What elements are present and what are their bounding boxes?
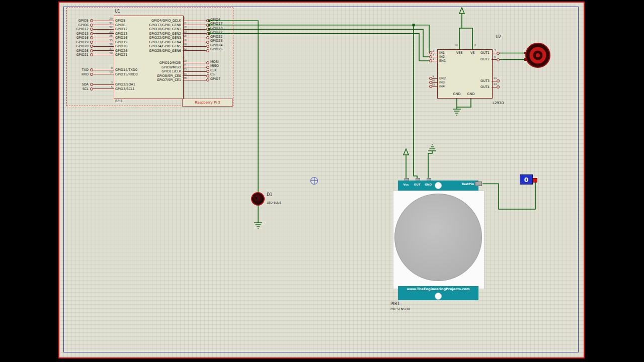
pin-number: 10: [429, 79, 437, 82]
pin-stub: [183, 50, 206, 51]
pin-number: 10: [93, 71, 113, 74]
pin-name: GPIO18/GPIO_GEN1: [137, 27, 181, 32]
pin-stub: [432, 86, 437, 87]
pin-number: 7: [183, 17, 193, 20]
wire-gpio27-to-en1[interactable]: [209, 34, 429, 61]
l293d-reference: U2: [496, 35, 501, 39]
pin-stub: [492, 87, 497, 87]
logic-state-terminal[interactable]: [533, 178, 537, 183]
l293d-gnd-label: GND: [451, 92, 463, 96]
wire-junction-to-pir-out[interactable]: [414, 25, 417, 179]
led-value: LED-BLUE: [267, 201, 281, 204]
pin-name: GPIO5: [115, 19, 125, 23]
pin-number: 18: [183, 43, 193, 46]
pin-name: GPIO22/GPIO_GEN3: [137, 36, 181, 40]
pin-stub: [93, 74, 114, 74]
wire-testpin-to-logicstate[interactable]: [482, 182, 535, 209]
pin-number: 24: [183, 72, 193, 75]
logic-state-probe[interactable]: 0: [520, 174, 533, 185]
wire-l293d-gnd[interactable]: [457, 98, 471, 107]
pin-net-label: RXD: [69, 72, 89, 77]
pin-number: 38: [93, 43, 113, 46]
pir-pin-label: Vcc: [400, 183, 412, 186]
pin-end[interactable]: [206, 32, 209, 35]
pin-name: GPIO15/RXD0: [115, 72, 138, 77]
pin-net-label: GPIO12: [69, 27, 89, 32]
pir-dome[interactable]: [394, 194, 482, 281]
pin-number: 1: [429, 57, 437, 60]
pin-number: 36: [93, 34, 113, 37]
pin-net-label: GPIO13: [69, 32, 89, 36]
pin-net-label: TXD: [69, 68, 89, 72]
pin-stub: [492, 59, 497, 60]
pir-screw-hole: [435, 182, 442, 189]
pin-end[interactable]: [497, 85, 500, 88]
pir-url-label: www.TheEngineeringProjects.com: [398, 287, 478, 291]
pin-net-label: GPIO22: [210, 35, 222, 39]
led-symbol-icon: ▾: [255, 196, 258, 201]
pin-name: GPIO10/MOSI: [137, 61, 181, 65]
pin-name: GPIO14/TXD0: [115, 68, 137, 72]
pin-net-label: MOSI: [210, 60, 219, 64]
pin-name: GPIO27/GPIO_GEN2: [137, 32, 181, 36]
pin-net-label: CS: [210, 72, 215, 76]
pin-number: 23: [183, 68, 193, 71]
pin-name: GPIO17/GPIO_GEN0: [137, 23, 181, 28]
pin-net-label: GPIO5: [69, 19, 89, 23]
l293d-vs-label: VS: [467, 51, 478, 55]
pir-testpin-connector[interactable]: [475, 182, 482, 186]
pin-end[interactable]: [206, 24, 209, 27]
power-terminal-pir[interactable]: [404, 149, 409, 179]
pin-net-label: GPIO6: [69, 23, 89, 28]
pin-end[interactable]: [206, 49, 209, 52]
pin-name: GPIO13: [115, 32, 127, 36]
pin-name: OUT1: [480, 51, 490, 55]
led-blue-component[interactable]: [251, 192, 265, 206]
pin-net-label: GPIO7: [210, 77, 220, 81]
ground-terminal-pir[interactable]: [428, 145, 436, 179]
pin-number: 16: [183, 39, 193, 42]
l293d-component-body[interactable]: [437, 49, 493, 99]
wire-pir-gnd[interactable]: [428, 151, 432, 179]
l293d-right-pins-2: OUT3 11 OUT4 14: [492, 78, 500, 90]
schematic-canvas[interactable]: U1 RPI3 Raspberry Pi 3 GPIO5 29 GPIO5 GP…: [58, 2, 585, 358]
pin-net-label: GPIO26: [69, 49, 89, 53]
pin-row[interactable]: 1 EN1: [429, 59, 437, 63]
pin-row[interactable]: OUT4 14: [492, 84, 500, 90]
pin-end[interactable]: [497, 58, 500, 61]
pin-row[interactable]: 15 IN4: [429, 84, 437, 88]
pin-end[interactable]: [206, 41, 209, 44]
ground-icon: [453, 109, 461, 115]
pin-number: 22: [183, 47, 193, 50]
wire-power-to-vss-vs[interactable]: [459, 28, 472, 49]
ground-icon: [428, 145, 436, 151]
pin-end[interactable]: [497, 52, 500, 55]
pin-number: 3: [93, 81, 113, 84]
power-arrow-icon: [404, 149, 409, 155]
pin-number: 37: [93, 47, 113, 50]
pin-row[interactable]: OUT2 6: [492, 56, 500, 63]
pin-stub: [492, 81, 497, 81]
pin-net-label: GPIO23: [210, 39, 222, 43]
pin-name: GPIO4/GPIO_GCLK: [137, 19, 181, 23]
pin-stub: [492, 53, 497, 53]
pin-net-label: GPIO25: [210, 47, 222, 51]
pin-number: 5: [93, 85, 113, 88]
pin-number: 8: [93, 66, 113, 69]
junction-dots: [208, 20, 415, 35]
pin-stub: [93, 55, 114, 55]
pir-pin-label: GND: [422, 183, 434, 186]
pin-number: 29: [93, 17, 113, 20]
ground-terminal-l293d[interactable]: [453, 98, 471, 115]
pin-number: 33: [93, 30, 113, 33]
pin-end[interactable]: [206, 66, 209, 69]
l293d-left-pins-1: 2 IN1 7 IN2 1 EN1: [429, 51, 437, 63]
dc-motor[interactable]: [524, 43, 550, 67]
pin-name: EN1: [439, 59, 446, 63]
pin-net-label: GPIO17: [210, 22, 222, 26]
led-reference: D1: [267, 193, 272, 197]
power-terminal-l293d[interactable]: [459, 8, 472, 49]
ground-terminal-led[interactable]: [254, 223, 262, 229]
pin-net-label: GPIO18: [210, 26, 222, 30]
pin-end[interactable]: [206, 74, 209, 77]
